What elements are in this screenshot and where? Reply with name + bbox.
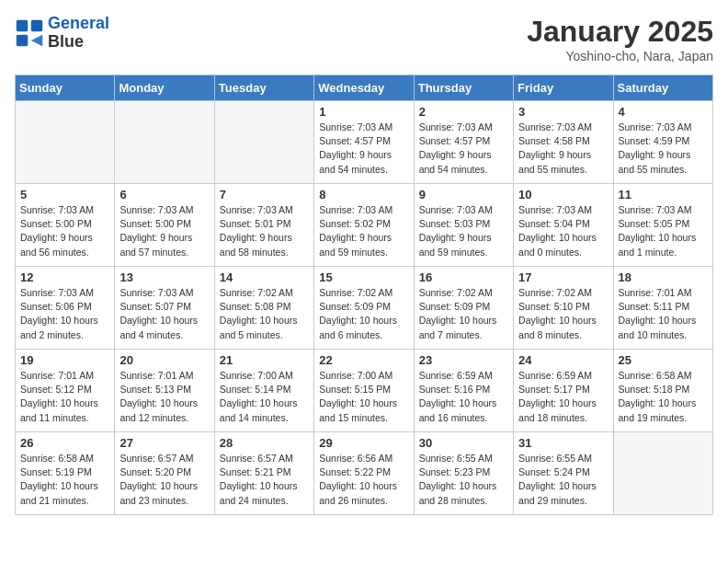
- calendar-cell: 6 Sunrise: 7:03 AM Sunset: 5:00 PM Dayli…: [115, 184, 214, 267]
- day-info: Sunrise: 7:02 AM Sunset: 5:09 PM Dayligh…: [419, 286, 508, 342]
- calendar-cell: 20 Sunrise: 7:01 AM Sunset: 5:13 PM Dayl…: [115, 350, 214, 432]
- calendar-cell: 1 Sunrise: 7:03 AM Sunset: 4:57 PM Dayli…: [314, 101, 414, 184]
- day-info: Sunrise: 6:59 AM Sunset: 5:16 PM Dayligh…: [419, 369, 508, 425]
- day-header-wednesday: Wednesday: [314, 75, 414, 101]
- day-header-thursday: Thursday: [414, 75, 513, 101]
- day-info: Sunrise: 7:03 AM Sunset: 5:03 PM Dayligh…: [419, 203, 508, 259]
- day-info: Sunrise: 7:01 AM Sunset: 5:13 PM Dayligh…: [119, 369, 209, 425]
- day-number: 20: [119, 353, 209, 367]
- day-number: 8: [319, 188, 408, 201]
- calendar-cell: [115, 101, 214, 184]
- day-number: 5: [20, 188, 109, 201]
- day-number: 3: [518, 105, 608, 119]
- day-number: 24: [518, 353, 608, 367]
- day-info: Sunrise: 6:57 AM Sunset: 5:21 PM Dayligh…: [220, 452, 309, 508]
- day-number: 4: [619, 105, 708, 119]
- day-info: Sunrise: 6:57 AM Sunset: 5:20 PM Dayligh…: [119, 452, 209, 508]
- day-number: 2: [419, 105, 508, 119]
- day-info: Sunrise: 7:03 AM Sunset: 4:57 PM Dayligh…: [319, 121, 408, 177]
- day-number: 14: [220, 270, 309, 284]
- calendar-cell: 5 Sunrise: 7:03 AM Sunset: 5:00 PM Dayli…: [16, 184, 115, 267]
- calendar-cell: 23 Sunrise: 6:59 AM Sunset: 5:16 PM Dayl…: [414, 350, 513, 432]
- day-info: Sunrise: 7:03 AM Sunset: 5:01 PM Dayligh…: [220, 203, 309, 259]
- calendar-week-1: 1 Sunrise: 7:03 AM Sunset: 4:57 PM Dayli…: [16, 101, 713, 184]
- day-info: Sunrise: 6:55 AM Sunset: 5:23 PM Dayligh…: [419, 452, 508, 508]
- calendar-cell: 16 Sunrise: 7:02 AM Sunset: 5:09 PM Dayl…: [414, 267, 513, 350]
- day-info: Sunrise: 7:02 AM Sunset: 5:10 PM Dayligh…: [518, 286, 608, 342]
- calendar-cell: 10 Sunrise: 7:03 AM Sunset: 5:04 PM Dayl…: [514, 184, 613, 267]
- day-number: 12: [20, 270, 109, 284]
- calendar-cell: 3 Sunrise: 7:03 AM Sunset: 4:58 PM Dayli…: [514, 101, 613, 184]
- day-info: Sunrise: 7:03 AM Sunset: 5:04 PM Dayligh…: [518, 203, 608, 259]
- day-info: Sunrise: 7:00 AM Sunset: 5:14 PM Dayligh…: [220, 369, 309, 425]
- day-info: Sunrise: 7:03 AM Sunset: 5:07 PM Dayligh…: [119, 286, 209, 342]
- calendar-header-row: SundayMondayTuesdayWednesdayThursdayFrid…: [16, 75, 713, 101]
- svg-rect-2: [17, 35, 28, 46]
- svg-rect-1: [31, 20, 42, 31]
- day-number: 22: [319, 353, 408, 367]
- svg-rect-0: [17, 20, 28, 31]
- calendar-week-2: 5 Sunrise: 7:03 AM Sunset: 5:00 PM Dayli…: [16, 184, 713, 267]
- day-info: Sunrise: 6:59 AM Sunset: 5:17 PM Dayligh…: [518, 369, 608, 425]
- calendar-cell: 27 Sunrise: 6:57 AM Sunset: 5:20 PM Dayl…: [115, 432, 214, 515]
- calendar-cell: 15 Sunrise: 7:02 AM Sunset: 5:09 PM Dayl…: [314, 267, 414, 350]
- calendar-cell: 2 Sunrise: 7:03 AM Sunset: 4:57 PM Dayli…: [414, 101, 513, 184]
- day-info: Sunrise: 6:55 AM Sunset: 5:24 PM Dayligh…: [518, 452, 608, 508]
- day-number: 6: [119, 188, 209, 201]
- day-info: Sunrise: 7:03 AM Sunset: 5:00 PM Dayligh…: [119, 203, 209, 259]
- calendar-cell: 22 Sunrise: 7:00 AM Sunset: 5:15 PM Dayl…: [314, 350, 414, 432]
- calendar-cell: 24 Sunrise: 6:59 AM Sunset: 5:17 PM Dayl…: [514, 350, 613, 432]
- day-number: 9: [419, 188, 508, 201]
- month-title: January 2025: [527, 15, 713, 49]
- day-number: 1: [319, 105, 408, 119]
- calendar-cell: 25 Sunrise: 6:58 AM Sunset: 5:18 PM Dayl…: [613, 350, 712, 432]
- day-number: 25: [619, 353, 708, 367]
- day-number: 16: [419, 270, 508, 284]
- day-number: 17: [518, 270, 608, 284]
- day-number: 13: [119, 270, 209, 284]
- day-info: Sunrise: 6:58 AM Sunset: 5:18 PM Dayligh…: [619, 369, 708, 425]
- calendar-cell: 26 Sunrise: 6:58 AM Sunset: 5:19 PM Dayl…: [16, 432, 115, 515]
- calendar-cell: 21 Sunrise: 7:00 AM Sunset: 5:14 PM Dayl…: [214, 350, 313, 432]
- day-info: Sunrise: 7:02 AM Sunset: 5:08 PM Dayligh…: [220, 286, 309, 342]
- svg-marker-3: [31, 35, 42, 46]
- calendar-cell: 9 Sunrise: 7:03 AM Sunset: 5:03 PM Dayli…: [414, 184, 513, 267]
- calendar-cell: 4 Sunrise: 7:03 AM Sunset: 4:59 PM Dayli…: [613, 101, 712, 184]
- day-number: 11: [619, 188, 708, 201]
- day-number: 23: [419, 353, 508, 367]
- day-header-saturday: Saturday: [613, 75, 712, 101]
- day-info: Sunrise: 7:03 AM Sunset: 4:57 PM Dayligh…: [419, 121, 508, 177]
- title-block: January 2025 Yoshino-cho, Nara, Japan: [527, 15, 713, 63]
- calendar-cell: [613, 432, 712, 515]
- calendar-cell: 31 Sunrise: 6:55 AM Sunset: 5:24 PM Dayl…: [514, 432, 613, 515]
- day-info: Sunrise: 7:01 AM Sunset: 5:11 PM Dayligh…: [619, 286, 708, 342]
- day-info: Sunrise: 7:03 AM Sunset: 5:02 PM Dayligh…: [319, 203, 408, 259]
- day-info: Sunrise: 6:56 AM Sunset: 5:22 PM Dayligh…: [319, 452, 408, 508]
- day-number: 31: [518, 436, 608, 450]
- day-info: Sunrise: 7:00 AM Sunset: 5:15 PM Dayligh…: [319, 369, 408, 425]
- day-info: Sunrise: 7:02 AM Sunset: 5:09 PM Dayligh…: [319, 286, 408, 342]
- day-info: Sunrise: 7:03 AM Sunset: 5:05 PM Dayligh…: [619, 203, 708, 259]
- day-number: 28: [220, 436, 309, 450]
- day-header-monday: Monday: [115, 75, 214, 101]
- logo: GeneralBlue: [15, 15, 109, 52]
- calendar-cell: 7 Sunrise: 7:03 AM Sunset: 5:01 PM Dayli…: [214, 184, 313, 267]
- calendar-cell: 8 Sunrise: 7:03 AM Sunset: 5:02 PM Dayli…: [314, 184, 414, 267]
- day-number: 19: [20, 353, 109, 367]
- calendar-cell: 17 Sunrise: 7:02 AM Sunset: 5:10 PM Dayl…: [514, 267, 613, 350]
- day-info: Sunrise: 7:01 AM Sunset: 5:12 PM Dayligh…: [20, 369, 109, 425]
- day-info: Sunrise: 7:03 AM Sunset: 5:06 PM Dayligh…: [20, 286, 109, 342]
- day-info: Sunrise: 7:03 AM Sunset: 5:00 PM Dayligh…: [20, 203, 109, 259]
- day-header-tuesday: Tuesday: [214, 75, 313, 101]
- day-number: 26: [20, 436, 109, 450]
- day-number: 27: [119, 436, 209, 450]
- day-number: 29: [319, 436, 408, 450]
- logo-icon: [15, 18, 44, 48]
- calendar-cell: 11 Sunrise: 7:03 AM Sunset: 5:05 PM Dayl…: [613, 184, 712, 267]
- calendar-week-5: 26 Sunrise: 6:58 AM Sunset: 5:19 PM Dayl…: [16, 432, 713, 515]
- day-header-sunday: Sunday: [16, 75, 115, 101]
- calendar-cell: 13 Sunrise: 7:03 AM Sunset: 5:07 PM Dayl…: [115, 267, 214, 350]
- calendar-cell: 14 Sunrise: 7:02 AM Sunset: 5:08 PM Dayl…: [214, 267, 313, 350]
- day-number: 18: [619, 270, 708, 284]
- calendar-cell: 29 Sunrise: 6:56 AM Sunset: 5:22 PM Dayl…: [314, 432, 414, 515]
